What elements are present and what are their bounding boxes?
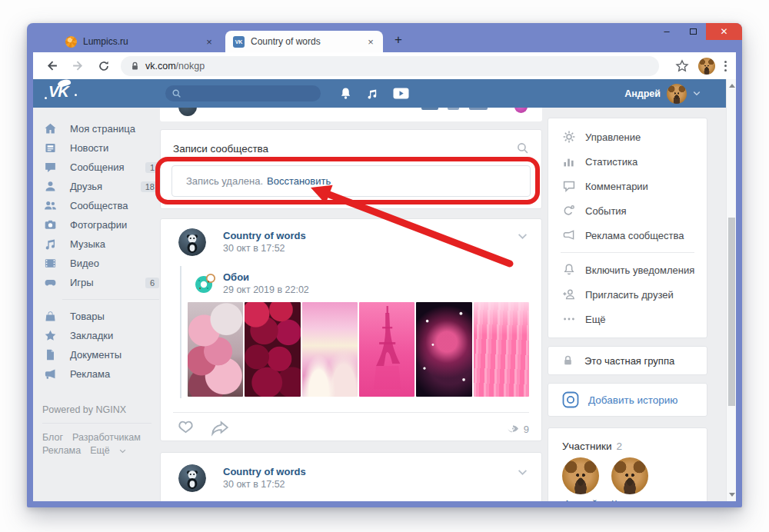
browser-profile-avatar[interactable] [698,58,715,75]
star-icon [44,329,57,342]
scrollbar-thumb[interactable] [728,218,735,406]
member-name: Константин [611,499,648,501]
scroll-down-arrow[interactable] [729,493,735,497]
footer-link-ads[interactable]: Реклама [42,445,81,456]
community-avatar-partial [178,108,197,116]
eiffel-tower-shape [359,302,414,397]
photo-berries[interactable] [245,302,300,397]
menu-item-manage[interactable]: Управление [548,125,707,149]
share-icon[interactable] [210,420,230,437]
eye-icon [507,425,519,434]
post-date[interactable]: 30 окт в 17:52 [223,243,285,254]
page-scrollbar[interactable] [726,79,736,501]
photo-nebula[interactable] [416,302,471,397]
post-menu-chevron-icon[interactable] [518,233,528,240]
music-icon[interactable] [366,88,378,100]
sidebar-item-ads[interactable]: Реклама [42,364,159,384]
cut-off-element [448,108,459,110]
restore-link[interactable]: Восстановить [267,175,331,187]
photo-pink-sky[interactable] [302,302,358,397]
address-bar[interactable]: vk.com/nokgp [121,56,659,76]
vk-logo[interactable]: VK [48,83,68,101]
post-author-name[interactable]: Country of words [223,230,306,241]
photo-pink-sticks[interactable] [474,302,529,397]
page-viewport: VK Андрей Моя страница [33,79,736,501]
forward-icon [72,59,85,72]
new-tab-button[interactable]: + [394,32,402,48]
tab-country-of-words[interactable]: VK Country of words × [225,31,383,52]
post-menu-chevron-icon[interactable] [518,469,528,476]
news-icon [44,141,57,155]
repost-line [180,266,181,398]
reload-button[interactable] [96,58,112,74]
powered-by-label: Powered by NGINX [42,404,159,415]
gear-icon [562,130,576,144]
sidebar-item-news[interactable]: Новости [42,138,159,158]
video-play-icon[interactable] [392,87,410,100]
menu-item-enable-notifications[interactable]: Включить уведомления [548,258,707,282]
repost-author-avatar[interactable] [190,270,218,298]
post-author-avatar[interactable] [178,228,206,256]
megaphone-outline-icon [562,228,576,242]
menu-item-more[interactable]: Ещё [548,307,707,331]
like-heart-icon[interactable] [176,419,195,437]
back-button[interactable] [44,58,59,74]
repost-date[interactable]: 29 окт 2019 в 22:02 [223,284,309,295]
sidebar-item-messages[interactable]: Сообщения 1 [42,158,159,177]
minimize-button[interactable]: – [654,23,680,40]
menu-item-events[interactable]: События [548,198,707,223]
sidebar-item-documents[interactable]: Документы [42,345,159,364]
sidebar-item-market[interactable]: Товары [42,307,159,326]
vk-user-menu[interactable]: Андрей [624,79,701,108]
close-button[interactable]: ✕ [706,23,742,40]
chevron-down-icon [119,449,126,454]
photo-eiffel-tower[interactable] [359,302,414,397]
sidebar-item-bookmarks[interactable]: Закладки [42,326,159,345]
members-title[interactable]: Участники 2 [548,428,707,452]
document-icon [44,348,57,361]
sidebar-item-my-page[interactable]: Моя страница [42,119,159,138]
wall-search-icon[interactable] [516,141,529,155]
sidebar-item-games[interactable]: Игры 6 [42,273,159,292]
photo-grid [188,302,529,397]
deleted-post-notice: Запись удалена. Восстановить [171,165,531,197]
menu-item-community-ads[interactable]: Реклама сообщества [548,223,707,248]
community-header-partial [160,108,542,121]
maximize-button[interactable] [680,23,706,40]
wall-title: Записи сообщества [173,143,268,155]
sidebar-item-communities[interactable]: Сообщества [42,196,159,215]
sidebar-item-video[interactable]: Видео [42,254,159,273]
post-author-name[interactable]: Country of words [223,466,306,477]
notifications-bell-icon[interactable] [339,87,352,100]
bookmark-star-icon[interactable] [675,59,689,73]
post-author-avatar[interactable] [178,464,206,492]
deleted-text: Запись удалена. [186,175,263,187]
footer-link-blog[interactable]: Блог [42,432,63,443]
repost-author-name[interactable]: Обои [223,271,249,283]
scroll-up-arrow[interactable] [729,84,735,88]
sidebar-item-friends[interactable]: Друзья 18 [42,177,159,196]
film-icon [44,257,57,270]
sidebar-item-music[interactable]: Музыка [42,234,159,254]
tab-close-icon[interactable]: × [203,36,215,48]
music-note-icon [44,238,57,251]
photo-pink-clouds[interactable] [188,302,243,397]
tab-label: Lumpics.ru [83,36,203,47]
megaphone-icon [44,367,57,381]
footer-link-developers[interactable]: Разработчикам [72,432,141,443]
member-item[interactable]: Константин [611,457,648,501]
menu-item-invite-friends[interactable]: Пригласить друзей [548,282,707,307]
post-date[interactable]: 30 окт в 17:52 [223,479,285,490]
browser-menu-icon[interactable] [724,61,727,71]
footer-link-more[interactable]: Ещё [90,445,110,456]
member-item[interactable]: Андрей [562,457,599,501]
add-story-card[interactable]: Добавить историю [548,383,707,417]
member-name: Андрей [562,499,599,501]
tab-close-icon[interactable]: × [365,36,377,48]
sidebar-item-photos[interactable]: Фотографии [42,215,159,234]
menu-item-comments[interactable]: Комментарии [548,174,707,198]
tab-lumpics[interactable]: Lumpics.ru × [58,31,221,52]
vk-search-input[interactable] [165,85,321,101]
menu-item-statistics[interactable]: Статистика [548,149,707,174]
forward-button[interactable] [70,58,85,74]
